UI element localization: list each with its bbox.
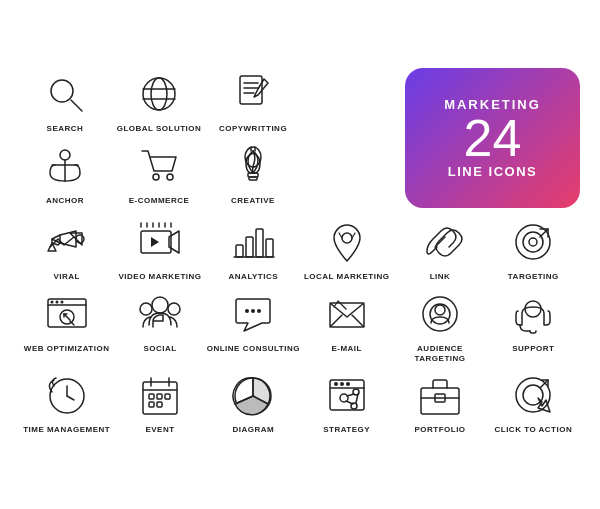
svg-point-55 <box>245 309 249 313</box>
svg-point-52 <box>152 297 168 313</box>
svg-rect-42 <box>48 299 86 327</box>
main-container: SEARCH GLOBAL SOLUTION <box>10 58 590 450</box>
svg-rect-17 <box>249 177 257 180</box>
icon-creative: CREATIVE <box>208 140 298 206</box>
icon-online-consulting-label: ONLINE CONSULTING <box>207 344 300 354</box>
svg-point-54 <box>168 303 180 315</box>
svg-point-13 <box>153 174 159 180</box>
left-icons: SEARCH GLOBAL SOLUTION <box>20 68 298 205</box>
marketing-badge: MARKETING 24 LINE ICONS <box>405 68 580 208</box>
icon-email: E-MAIL <box>300 288 393 363</box>
svg-marker-24 <box>151 237 159 247</box>
icon-web-optimization: WEB OPTIMIZATION <box>20 288 113 363</box>
svg-point-45 <box>55 300 58 303</box>
svg-line-84 <box>347 394 354 396</box>
icon-analytics-label: ANALYTICS <box>229 272 279 282</box>
icon-social-label: SOCIAL <box>143 344 176 354</box>
svg-point-61 <box>435 305 445 315</box>
svg-rect-66 <box>143 382 177 414</box>
icon-copywritting-label: COPYWRITTING <box>219 124 287 134</box>
svg-rect-6 <box>240 76 262 104</box>
badge-line-icons-text: LINE ICONS <box>448 164 537 179</box>
icon-event: EVENT <box>113 369 206 435</box>
icon-strategy-label: STRATEGY <box>323 425 370 435</box>
svg-rect-87 <box>421 388 459 414</box>
icon-support: SUPPORT <box>487 288 580 363</box>
row4: WEB OPTIMIZATION SOCIAL <box>20 288 580 363</box>
svg-point-46 <box>60 300 63 303</box>
icon-video-marketing: VIDEO MARKETING <box>113 216 206 282</box>
icon-search: SEARCH <box>20 68 110 134</box>
icon-click-to-action: CLICK TO ACTION <box>487 369 580 435</box>
icon-web-opt-label: WEB OPTIMIZATION <box>24 344 110 354</box>
icon-support-label: SUPPORT <box>512 344 554 354</box>
icon-portfolio: PORTFOLIO <box>393 369 486 435</box>
icon-analytics: ANALYTICS <box>207 216 300 282</box>
icon-global-solution: GLOBAL SOLUTION <box>114 68 204 134</box>
svg-point-53 <box>140 303 152 315</box>
icon-audience-targeting-label: AUDIENCE TARGETING <box>393 344 486 363</box>
icon-anchor: ANCHOR <box>20 140 110 206</box>
svg-rect-70 <box>149 394 154 399</box>
icon-link: LINK <box>393 216 486 282</box>
icon-local-marketing: LOCAL MARKETING <box>300 216 393 282</box>
icon-strategy: STRATEGY <box>300 369 393 435</box>
svg-line-65 <box>67 396 74 400</box>
top-section: SEARCH GLOBAL SOLUTION <box>20 68 580 208</box>
badge-number: 24 <box>464 112 522 164</box>
svg-point-62 <box>525 301 541 317</box>
icon-viral-label: VIRAL <box>53 272 80 282</box>
icon-ecommerce: E-COMMERCE <box>114 140 204 206</box>
svg-rect-71 <box>157 394 162 399</box>
svg-point-40 <box>529 238 537 246</box>
icon-anchor-label: ANCHOR <box>46 196 84 206</box>
svg-point-36 <box>342 233 352 243</box>
icon-email-label: E-MAIL <box>331 344 362 354</box>
svg-line-37 <box>435 237 445 247</box>
svg-line-1 <box>71 100 82 111</box>
icon-event-label: EVENT <box>145 425 174 435</box>
icon-ecommerce-label: E-COMMERCE <box>129 196 190 206</box>
icon-search-label: SEARCH <box>47 124 84 134</box>
svg-point-3 <box>151 78 167 110</box>
svg-point-56 <box>251 309 255 313</box>
icon-copywritting: COPYWRITTING <box>208 68 298 134</box>
icon-video-marketing-label: VIDEO MARKETING <box>118 272 201 282</box>
icon-time-management: TIME MANAGEMENT <box>20 369 113 435</box>
svg-point-44 <box>50 300 53 303</box>
svg-point-10 <box>60 150 70 160</box>
svg-line-85 <box>346 401 353 404</box>
svg-point-59 <box>423 297 457 331</box>
icon-portfolio-label: PORTFOLIO <box>414 425 465 435</box>
svg-point-39 <box>523 232 543 252</box>
svg-point-79 <box>340 382 344 386</box>
icon-creative-label: CREATIVE <box>231 196 275 206</box>
svg-point-21 <box>76 235 84 243</box>
icon-targeting: TARGETING <box>487 216 580 282</box>
row5: TIME MANAGEMENT EVENT <box>20 369 580 435</box>
svg-rect-32 <box>246 237 253 257</box>
icon-social: SOCIAL <box>113 288 206 363</box>
icon-online-consulting: ONLINE CONSULTING <box>207 288 300 363</box>
svg-point-60 <box>430 304 450 324</box>
svg-point-78 <box>334 382 338 386</box>
icon-local-marketing-label: LOCAL MARKETING <box>304 272 390 282</box>
svg-point-0 <box>51 80 73 102</box>
svg-line-49 <box>64 314 70 320</box>
icon-targeting-label: TARGETING <box>508 272 559 282</box>
svg-rect-31 <box>236 245 243 257</box>
svg-point-80 <box>346 382 350 386</box>
svg-point-57 <box>257 309 261 313</box>
svg-rect-72 <box>165 394 170 399</box>
svg-rect-34 <box>266 239 273 257</box>
svg-point-14 <box>167 174 173 180</box>
icon-diagram: DIAGRAM <box>207 369 300 435</box>
icon-audience-targeting: AUDIENCE TARGETING <box>393 288 486 363</box>
icon-time-management-label: TIME MANAGEMENT <box>23 425 110 435</box>
icon-click-to-action-label: CLICK TO ACTION <box>494 425 572 435</box>
svg-rect-33 <box>256 229 263 257</box>
svg-rect-74 <box>157 402 162 407</box>
icon-diagram-label: DIAGRAM <box>232 425 274 435</box>
svg-point-2 <box>143 78 175 110</box>
svg-point-38 <box>516 225 550 259</box>
